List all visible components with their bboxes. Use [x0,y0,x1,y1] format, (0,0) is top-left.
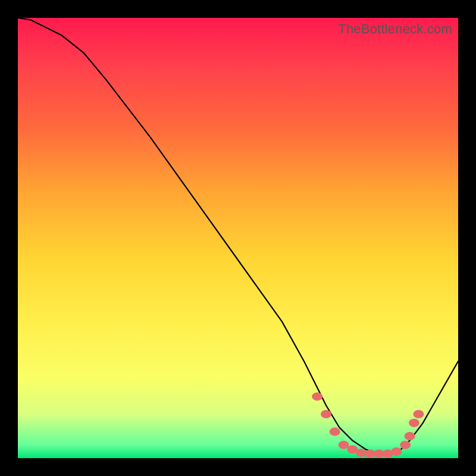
plot-area: TheBottleneck.com [18,18,458,458]
curve-marker [405,432,415,440]
curve-marker [391,447,402,456]
curve-marker [312,392,322,400]
curve-marker [339,441,349,449]
chart-frame: TheBottleneck.com [0,0,476,476]
curve-marker [409,419,419,427]
curve-marker [400,441,411,449]
curve-marker [413,410,424,418]
curve-marker [321,410,331,418]
marker-group [312,392,424,458]
curve-svg [18,18,458,458]
bottleneck-curve [18,18,458,454]
curve-marker [330,428,340,436]
